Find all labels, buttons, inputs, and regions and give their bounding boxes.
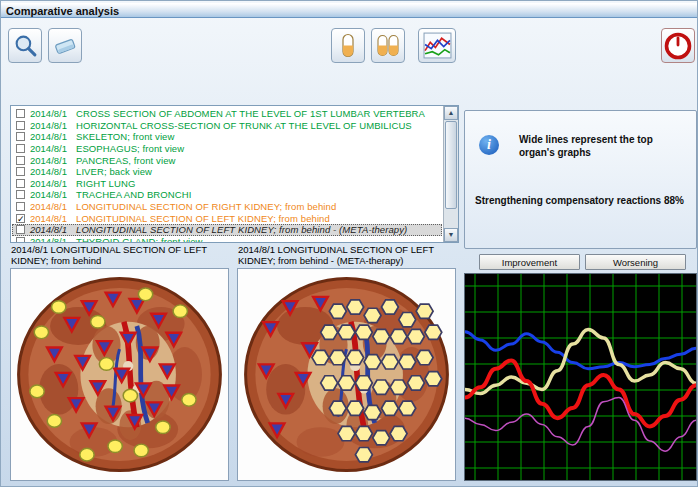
item-label: RIGHT LUNG: [76, 178, 135, 189]
magnifier-icon: [13, 33, 38, 58]
unchecked-checkbox[interactable]: [16, 132, 25, 141]
unchecked-checkbox[interactable]: [16, 144, 25, 153]
item-date: 2014/8/1: [30, 120, 76, 131]
list-item[interactable]: 2014/8/1ESOPHAGUS; front view: [12, 143, 442, 155]
graphs-button[interactable]: [418, 28, 456, 63]
item-date: 2014/8/1: [30, 108, 76, 119]
unchecked-checkbox[interactable]: [16, 237, 25, 242]
exit-button[interactable]: [661, 28, 695, 63]
unchecked-checkbox[interactable]: [16, 167, 25, 176]
unchecked-checkbox[interactable]: [16, 190, 25, 199]
info-panel: i Wide lines represent the top organ's g…: [464, 110, 697, 249]
item-label: SKELETON; front view: [76, 131, 174, 142]
item-date: 2014/8/1: [30, 236, 76, 242]
improvement-button[interactable]: Improvement: [479, 254, 580, 270]
capsules-icon: [376, 32, 400, 59]
list-scrollbar[interactable]: ▲ ▼: [443, 106, 458, 242]
unchecked-checkbox[interactable]: [16, 121, 25, 130]
item-date: 2014/8/1: [30, 213, 76, 224]
item-date: 2014/8/1: [30, 189, 76, 200]
item-date: 2014/8/1: [30, 131, 76, 142]
item-label: CROSS SECTION OF ABDOMEN AT THE LEVEL OF…: [76, 108, 425, 119]
capsule-icon: [340, 32, 356, 59]
graphs-canvas: [465, 274, 696, 480]
chart-lines-icon: [423, 32, 452, 59]
preparations-compare-button[interactable]: [371, 28, 405, 63]
unchecked-checkbox[interactable]: [16, 179, 25, 188]
results-list: 2014/8/1CROSS SECTION OF ABDOMEN AT THE …: [10, 105, 459, 243]
unchecked-checkbox[interactable]: [16, 109, 25, 118]
comparative-analysis-window: Comparative analysis 2014/8/1CROSS SECTI…: [0, 0, 698, 487]
list-rows: 2014/8/1CROSS SECTION OF ABDOMEN AT THE …: [12, 108, 442, 242]
titlebar: Comparative analysis: [1, 3, 697, 18]
right-image-caption: 2014/8/1 LONGITUDINAL SECTION OF LEFT KI…: [238, 245, 460, 267]
item-label: HORIZONTAL CROSS-SECTION OF TRUNK AT THE…: [76, 120, 412, 131]
item-label: THYROID GLAND; front view: [76, 236, 203, 242]
reaction-text: Strengthening compensatory reactions 88%: [475, 195, 693, 206]
preparation-button[interactable]: [331, 28, 365, 63]
item-date: 2014/8/1: [30, 143, 76, 154]
window-title: Comparative analysis: [6, 5, 119, 17]
scroll-up-icon[interactable]: ▲: [444, 106, 458, 120]
list-item[interactable]: 2014/8/1PANCREAS, front view: [12, 154, 442, 166]
item-label: PANCREAS, front view: [76, 155, 176, 166]
item-date: 2014/8/1: [30, 166, 76, 177]
item-date: 2014/8/1: [30, 224, 76, 235]
item-label: LONGITUDINAL SECTION OF LEFT KIDNEY; fro…: [76, 213, 330, 224]
left-organ-image[interactable]: [10, 268, 229, 481]
item-date: 2014/8/1: [30, 201, 76, 212]
item-label: ESOPHAGUS; front view: [76, 143, 184, 154]
info-icon: i: [479, 135, 499, 155]
list-item[interactable]: ✓2014/8/1LONGITUDINAL SECTION OF LEFT KI…: [12, 212, 442, 224]
left-image-caption: 2014/8/1 LONGITUDINAL SECTION OF LEFT KI…: [11, 245, 233, 267]
item-label: LONGITUDINAL SECTION OF RIGHT KIDNEY; fr…: [76, 201, 336, 212]
list-item[interactable]: 2014/8/1CROSS SECTION OF ABDOMEN AT THE …: [12, 108, 442, 120]
item-date: 2014/8/1: [30, 178, 76, 189]
list-item[interactable]: 2014/8/1SKELETON; front view: [12, 131, 442, 143]
list-item[interactable]: 2014/8/1LONGITUDINAL SECTION OF LEFT KID…: [12, 224, 442, 236]
scroll-down-icon[interactable]: ▼: [444, 228, 458, 242]
eraser-icon: [52, 34, 78, 58]
list-item[interactable]: 2014/8/1RIGHT LUNG: [12, 178, 442, 190]
kidney-section-right: [238, 269, 455, 480]
item-label: LIVER; back view: [76, 166, 152, 177]
list-item[interactable]: 2014/8/1HORIZONTAL CROSS-SECTION OF TRUN…: [12, 120, 442, 132]
power-icon: [664, 32, 692, 60]
graphs-chart: [464, 273, 697, 481]
scrollbar-thumb[interactable]: [445, 121, 457, 209]
checked-checkbox[interactable]: ✓: [16, 214, 25, 223]
kidney-section-left: [11, 269, 228, 480]
item-label: LONGITUDINAL SECTION OF LEFT KIDNEY; fro…: [76, 224, 407, 235]
clear-button[interactable]: [48, 28, 82, 63]
unchecked-checkbox[interactable]: [16, 202, 25, 211]
right-organ-image[interactable]: [237, 268, 456, 481]
item-date: 2014/8/1: [30, 155, 76, 166]
zoom-button[interactable]: [8, 28, 42, 63]
list-item[interactable]: 2014/8/1LONGITUDINAL SECTION OF RIGHT KI…: [12, 201, 442, 213]
item-label: TRACHEA AND BRONCHI: [76, 189, 191, 200]
list-item[interactable]: 2014/8/1THYROID GLAND; front view: [12, 236, 442, 242]
worsening-button[interactable]: Worsening: [585, 254, 686, 270]
list-item[interactable]: 2014/8/1LIVER; back view: [12, 166, 442, 178]
unchecked-checkbox[interactable]: [16, 156, 25, 165]
unchecked-checkbox[interactable]: [16, 225, 25, 234]
list-item[interactable]: 2014/8/1TRACHEA AND BRONCHI: [12, 189, 442, 201]
info-text: Wide lines represent the top organ's gra…: [519, 133, 685, 159]
